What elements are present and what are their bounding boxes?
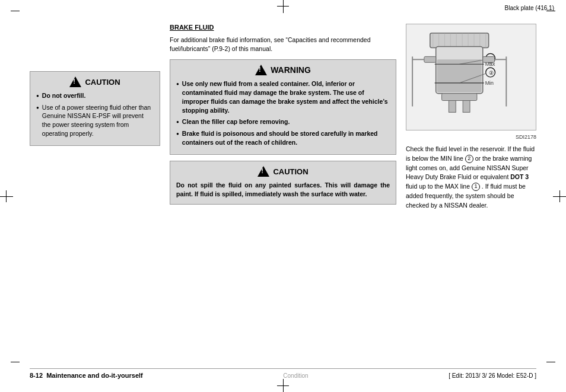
circle-2: 2 [465, 155, 473, 163]
svg-rect-27 [424, 56, 436, 62]
svg-rect-25 [449, 101, 456, 113]
page-header: Black plate (416,1) [505, 5, 554, 11]
svg-rect-24 [442, 94, 477, 101]
footer-page-num-text: 8-12 [30, 372, 43, 379]
diagram-caption: SDI2178 [406, 134, 536, 140]
footer-page-number: 8-12 Maintenance and do-it-yourself [30, 372, 143, 379]
caution-list-left: Do not overfill. Use of a power steering… [36, 91, 154, 138]
diagram-description: Check the fluid level in the reservoir. … [406, 145, 536, 210]
warning-title: WARNING [271, 65, 311, 75]
corner-mark-br [546, 362, 555, 362]
svg-rect-26 [463, 101, 470, 113]
warning-box: WARNING Use only new fluid from a sealed… [170, 59, 396, 155]
warning-item-1-text: Use only new fluid from a sealed contain… [182, 79, 390, 114]
warning-item-1: Use only new fluid from a sealed contain… [176, 79, 390, 114]
caution-box-left: CAUTION Do not overfill. Use of a power … [30, 71, 160, 146]
footer-edit-text: [ Edit: 2013/ 3/ 26 Model: E52-D ] [449, 372, 536, 379]
caution-title-2: CAUTION [273, 167, 308, 176]
middle-column: BRAKE FLUID For additional brake fluid i… [170, 24, 396, 345]
header-text: Black plate (416,1) [505, 5, 554, 11]
caution-box-middle: CAUTION Do not spill the fluid on any pa… [170, 161, 396, 204]
section-title: BRAKE FLUID [170, 24, 396, 31]
svg-text:Min: Min [485, 80, 494, 86]
dot3-text: DOT 3 [510, 173, 529, 180]
caution2-text: Do not spill the fluid on any painted su… [176, 181, 390, 199]
warning-item-2: Clean the filler cap before removing. [176, 117, 390, 126]
footer-condition-text: Condition [283, 372, 308, 379]
warning-header: WARNING [176, 65, 390, 75]
caution-item-1-text: Do not overfill. [42, 91, 86, 100]
circle-1: 1 [472, 183, 480, 191]
caution-triangle-2-icon [257, 166, 269, 177]
caution-title-left: CAUTION [85, 78, 120, 87]
warning-list: Use only new fluid from a sealed contain… [176, 79, 390, 146]
corner-mark-bl [11, 362, 20, 362]
warning-triangle-icon [255, 65, 267, 75]
page-footer: 8-12 Maintenance and do-it-yourself Cond… [30, 368, 536, 379]
diagram-id-text: SDI2178 [516, 134, 536, 140]
warning-item-3-text: Brake fluid is poisonous and should be s… [182, 129, 390, 146]
corner-mark-tl [11, 11, 20, 11]
caution-item-2-text: Use of a power steering fluid other than… [42, 103, 154, 138]
caution-item-2: Use of a power steering fluid other than… [36, 103, 154, 138]
left-column: CAUTION Do not overfill. Use of a power … [30, 24, 160, 345]
caution-triangle-icon [69, 77, 81, 87]
caution-item-1: Do not overfill. [36, 91, 154, 100]
main-content: CAUTION Do not overfill. Use of a power … [30, 24, 536, 345]
warning-item-3: Brake fluid is poisonous and should be s… [176, 129, 390, 146]
svg-rect-28 [483, 56, 495, 62]
caution-header-left: CAUTION [36, 77, 154, 87]
brake-diagram-svg: Max Min ① ② [406, 24, 536, 130]
svg-text:②: ② [489, 70, 494, 76]
caution-header-middle: CAUTION [176, 166, 390, 177]
footer-label-text: Maintenance and do-it-yourself [46, 372, 143, 379]
right-column: Max Min ① ② [406, 24, 536, 345]
brake-diagram: Max Min ① ② [406, 24, 536, 130]
intro-text: For additional brake fluid information, … [170, 36, 396, 53]
warning-item-2-text: Clean the filler cap before removing. [182, 117, 290, 126]
